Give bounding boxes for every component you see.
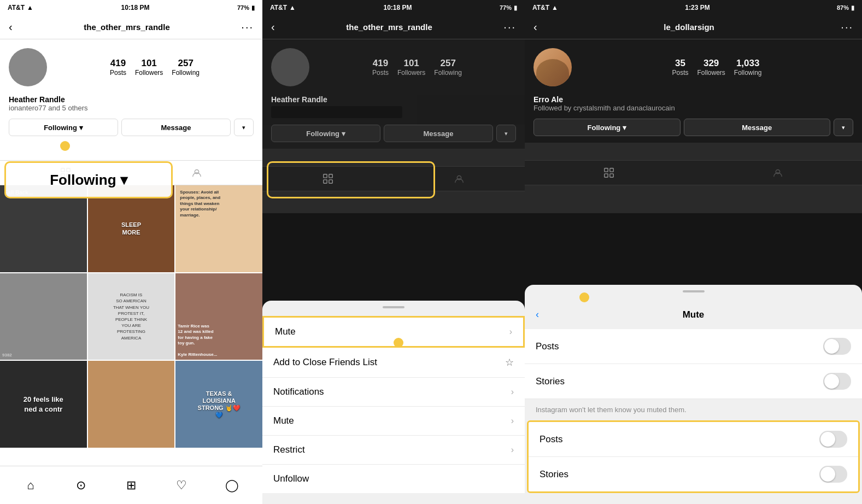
menu-item-unfollow[interactable]: Unfollow [262, 465, 525, 493]
mute-stories-toggle[interactable]: Stories [525, 364, 862, 399]
more-button-2[interactable]: ··· [503, 21, 516, 33]
chevron-button-2[interactable]: ▾ [496, 125, 516, 142]
panel-2: AT&T ▲ 10:18 PM 77% ▮ ‹ the_other_mrs_ra… [262, 0, 525, 504]
grid-cell-8[interactable] [88, 361, 175, 448]
avatar-1 [9, 48, 47, 86]
bio-mutual-3: Followed by crystalsmith and danaclauroc… [533, 104, 853, 112]
mute-label: Mute [275, 326, 296, 337]
action-buttons-3: Following ▾ Message ▾ [525, 119, 862, 143]
mute-stories2-toggle[interactable]: Stories [529, 457, 858, 491]
grid-cell-6[interactable]: Tamir Rice was12 and was killedfor havin… [175, 273, 262, 360]
followers-count-1: 101 [141, 58, 156, 69]
battery-3: 87% [837, 4, 849, 11]
avatar-3 [533, 48, 572, 86]
back-button-1[interactable]: ‹ [9, 21, 13, 33]
status-bar-3: AT&T ▲ 1:23 PM 87% ▮ [525, 0, 862, 15]
carrier-2: AT&T [270, 4, 287, 11]
mute-posts-toggle[interactable]: Posts [525, 329, 862, 364]
more-button-3[interactable]: ··· [841, 21, 853, 33]
tab-grid-3[interactable] [525, 161, 694, 185]
stats-2: 419 Posts 101 Followers 257 Following [318, 58, 516, 77]
stories-toggle-switch[interactable] [823, 373, 851, 390]
following-button-2[interactable]: Mute Following ▾ [271, 125, 380, 142]
nav-bar-1: ‹ the_other_mrs_randle ··· [0, 15, 262, 39]
bottom-profile[interactable]: ◯ [220, 473, 244, 497]
more-button-1[interactable]: ··· [241, 21, 254, 33]
posts2-toggle-switch[interactable] [819, 431, 847, 448]
annotation-dot-3 [579, 292, 589, 302]
profile-section-1: 419 Posts 101 Followers 257 Following [0, 39, 262, 95]
menu-item-notifications[interactable]: Notifications › [262, 378, 525, 407]
menu-item-mute2[interactable]: Mute › [262, 407, 525, 436]
profile-section-2: 419 Posts 101 Followers 257 Following [262, 39, 525, 95]
posts-label-1: Posts [110, 69, 126, 77]
carrier-3: AT&T [532, 4, 549, 11]
star-icon: ☆ [505, 356, 514, 368]
menu-item-close-friends[interactable]: Add to Close Friends List ☆ [262, 348, 525, 378]
close-friends-label: Add to Close Friends List [273, 357, 377, 368]
grid-cell-5[interactable]: RACISM ISSO AMERICANTHAT WHEN YOUPROTEST… [88, 273, 175, 360]
bio-name-1: Heather Randle [9, 95, 254, 104]
stat-following-3: 1,033 Following [734, 58, 762, 77]
following-button-3[interactable]: Following ▾ [533, 119, 681, 136]
stat-followers-3: 329 Followers [697, 58, 725, 77]
bio-section-2: Heather Randle [262, 95, 525, 125]
message-button-3[interactable]: Message [684, 119, 831, 136]
mute-panel: ‹ Mute Posts Stories Instagram won't let… [525, 285, 862, 504]
username-1: the_other_mrs_randle [84, 22, 170, 32]
wifi-icon-1: ▲ [27, 4, 33, 11]
tab-tagged-3[interactable] [694, 161, 863, 185]
followers-label-3: Followers [697, 69, 725, 77]
mute-posts2-toggle[interactable]: Posts [529, 422, 858, 457]
notifications-label: Notifications [273, 386, 324, 397]
grid-cell-4[interactable]: 9382 [0, 273, 87, 360]
time-3: 1:23 PM [685, 4, 709, 11]
bottom-home[interactable]: ⌂ [19, 473, 43, 497]
svg-rect-10 [605, 168, 608, 172]
battery-2: 77% [500, 4, 512, 11]
annotation-dot-2 [394, 338, 403, 348]
chevron-button-1[interactable]: ▾ [234, 119, 254, 136]
followers-count-3: 329 [703, 58, 719, 69]
stat-followers-2: 101 Followers [397, 58, 425, 77]
sheet-handle [383, 306, 404, 308]
wifi-icon-3: ▲ [552, 4, 558, 11]
following-button-1[interactable]: Following ▾ [9, 119, 118, 136]
posts-label-3: Posts [672, 69, 688, 77]
back-button-3[interactable]: ‹ [533, 21, 537, 33]
stat-following-1: 257 Following [172, 58, 200, 77]
stats-1: 419 Posts 101 Followers 257 Following [56, 58, 254, 77]
following-highlight-box[interactable]: Following ▾ [4, 161, 173, 198]
back-button-2[interactable]: ‹ [271, 21, 275, 33]
followers-count-2: 101 [403, 58, 419, 69]
following-count-3: 1,033 [736, 58, 760, 69]
grid-cell-7[interactable]: 20 feels likened a contr [0, 361, 87, 448]
bio-name-2: Heather Randle [271, 95, 516, 104]
bio-name-3: Erro Ale [533, 95, 853, 104]
bio-blurred-2 [271, 106, 402, 118]
chevron-button-3[interactable]: ▾ [834, 119, 853, 136]
panel-3: AT&T ▲ 1:23 PM 87% ▮ ‹ le_dollarsign ···… [525, 0, 862, 504]
profile-section-3: 35 Posts 329 Followers 1,033 Following [525, 39, 862, 95]
posts-toggle-switch[interactable] [823, 338, 851, 355]
message-button-1[interactable]: Message [121, 119, 231, 136]
status-left-3: AT&T ▲ [532, 4, 558, 11]
bio-section-1: Heather Randle ionantero77 and 5 others [0, 95, 262, 119]
grid-cell-3[interactable]: Spouses: Avoid allpeople, places, andthi… [175, 185, 262, 272]
bottom-search[interactable]: ⊙ [69, 473, 93, 497]
following-count-1: 257 [178, 58, 193, 69]
stories2-toggle-switch[interactable] [819, 466, 847, 483]
followers-label-1: Followers [135, 69, 163, 77]
bottom-add[interactable]: ⊞ [119, 473, 143, 497]
menu-item-restrict[interactable]: Restrict › [262, 436, 525, 465]
action-buttons-1: Following ▾ Message ▾ [0, 119, 262, 143]
sheet-handle-3 [683, 290, 705, 292]
posts-label-2: Posts [372, 69, 389, 77]
following-label-1: Following [172, 69, 200, 77]
mute-back-button[interactable]: ‹ [536, 309, 539, 320]
following-count-2: 257 [440, 58, 455, 69]
message-button-2[interactable]: Message [384, 125, 493, 142]
bottom-heart[interactable]: ♡ [169, 473, 193, 497]
status-right-1: 77% ▮ [237, 4, 255, 11]
grid-cell-9[interactable]: TEXAS & LOUISIANASTRONG 🤘❤️💙 [175, 361, 262, 448]
